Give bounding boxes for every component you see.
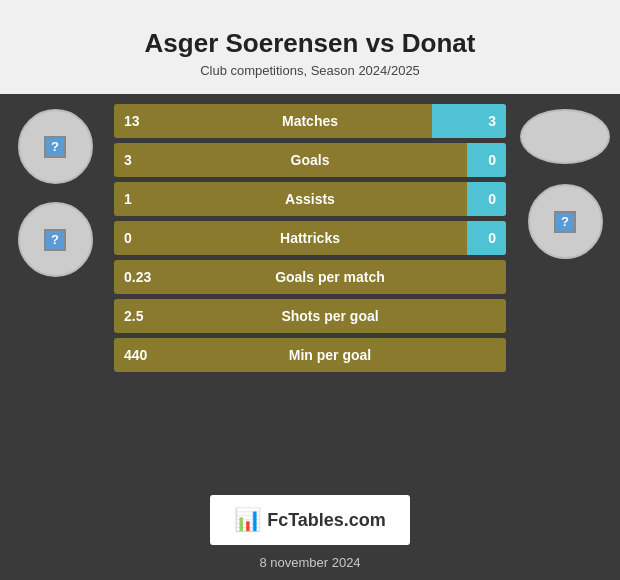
stat-row-hattricks: 0 Hattricks 0 <box>114 221 506 255</box>
stat-left-min-per-goal: 440 <box>114 347 154 363</box>
stat-left-goals: 3 <box>114 152 154 168</box>
stat-row-shots-per-goal: 2.5 Shots per goal <box>114 299 506 333</box>
stat-label-goals-per-match: Goals per match <box>154 269 506 285</box>
stat-bar-assists: 1 Assists 0 <box>114 182 506 216</box>
main-area: ? ? 13 Matches 3 3 Goals <box>0 94 620 485</box>
stat-left-hattricks: 0 <box>114 230 154 246</box>
right-player-avatar-bottom: ? <box>528 184 603 259</box>
stat-left-matches: 13 <box>114 113 154 129</box>
stat-left-shots-per-goal: 2.5 <box>114 308 154 324</box>
left-avatars: ? ? <box>0 104 110 277</box>
stat-bar-goals: 3 Goals 0 <box>114 143 506 177</box>
left-player-avatar-bottom: ? <box>18 202 93 277</box>
logo-text: FcTables.com <box>267 510 386 531</box>
logo-area: 📊 FcTables.com <box>210 495 410 545</box>
stat-right-matches: 3 <box>466 113 506 129</box>
stat-label-hattricks: Hattricks <box>154 230 466 246</box>
stat-bar-goals-per-match: 0.23 Goals per match <box>114 260 506 294</box>
right-player-avatar-top <box>520 109 610 164</box>
stat-left-goals-per-match: 0.23 <box>114 269 154 285</box>
page-title: Asger Soerensen vs Donat <box>0 18 620 61</box>
header-bg: Asger Soerensen vs Donat Club competitio… <box>0 0 620 94</box>
stat-bar-hattricks: 0 Hattricks 0 <box>114 221 506 255</box>
page-wrapper: Asger Soerensen vs Donat Club competitio… <box>0 0 620 580</box>
bottom-section: 📊 FcTables.com 8 november 2024 <box>0 485 620 580</box>
stat-row-goals: 3 Goals 0 <box>114 143 506 177</box>
stats-area: 13 Matches 3 3 Goals 0 1 Assists 0 <box>110 104 510 372</box>
stat-label-shots-per-goal: Shots per goal <box>154 308 506 324</box>
left-avatar-question-bottom: ? <box>44 229 66 251</box>
stat-row-assists: 1 Assists 0 <box>114 182 506 216</box>
stat-label-goals: Goals <box>154 152 466 168</box>
stat-label-matches: Matches <box>154 113 466 129</box>
stat-label-assists: Assists <box>154 191 466 207</box>
stat-bar-min-per-goal: 440 Min per goal <box>114 338 506 372</box>
page-subtitle: Club competitions, Season 2024/2025 <box>0 61 620 88</box>
stat-row-matches: 13 Matches 3 <box>114 104 506 138</box>
stat-bar-matches: 13 Matches 3 <box>114 104 506 138</box>
stat-left-assists: 1 <box>114 191 154 207</box>
left-player-avatar-top: ? <box>18 109 93 184</box>
stat-right-hattricks: 0 <box>466 230 506 246</box>
right-avatar-question: ? <box>554 211 576 233</box>
stat-right-goals: 0 <box>466 152 506 168</box>
right-avatar-area: ? <box>510 104 620 259</box>
date-text: 8 november 2024 <box>259 555 360 570</box>
stat-row-min-per-goal: 440 Min per goal <box>114 338 506 372</box>
stat-label-min-per-goal: Min per goal <box>154 347 506 363</box>
logo-icon: 📊 <box>234 507 261 533</box>
stat-bar-shots-per-goal: 2.5 Shots per goal <box>114 299 506 333</box>
stat-right-assists: 0 <box>466 191 506 207</box>
stat-row-goals-per-match: 0.23 Goals per match <box>114 260 506 294</box>
left-avatar-question-top: ? <box>44 136 66 158</box>
